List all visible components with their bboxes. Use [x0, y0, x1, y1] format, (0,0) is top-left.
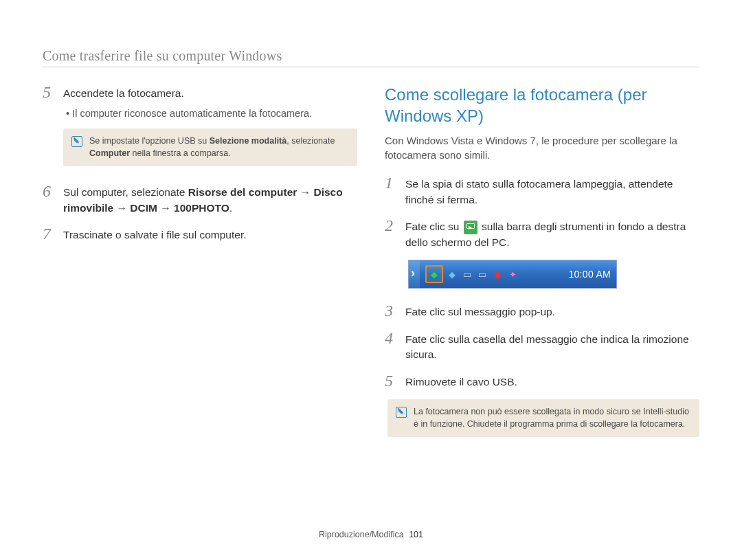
footer-section: Riproduzione/Modifica	[319, 530, 404, 539]
note-box-intelli-studio: La fotocamera non può essere scollegata …	[387, 399, 699, 437]
step-text: Sul computer, selezionate Risorse del co…	[63, 183, 357, 216]
two-column-layout: 5 Accendete la fotocamera. Il computer r…	[43, 84, 699, 453]
note-text: La fotocamera non può essere scollegata …	[414, 406, 690, 430]
step-4: 4 Fate clic sulla casella del messaggio …	[385, 330, 699, 363]
page-number: 101	[409, 530, 423, 539]
taskbar-screenshot: ◆ ◆ ▭ ▭ ◉ ✦ 10:00 AM	[408, 260, 617, 289]
step-number: 5	[43, 84, 55, 100]
step-3: 3 Fate clic sul messaggio pop-up.	[385, 302, 699, 320]
step-number: 1	[385, 175, 397, 191]
note-text: Se impostate l'opzione USB su Selezione …	[89, 135, 348, 159]
update-icon: ✦	[506, 268, 519, 280]
step-5-subnote: Il computer riconosce automaticamente la…	[66, 108, 357, 119]
tray-highlight-box: ◆	[425, 265, 443, 283]
step-number: 2	[385, 217, 397, 234]
step-number: 6	[43, 183, 55, 199]
section-intro: Con Windows Vista e Windows 7, le proced…	[385, 133, 699, 162]
step-number: 4	[385, 330, 397, 346]
step-text: Fate clic sulla casella del messaggio ch…	[405, 330, 699, 363]
step-text: Fate clic su sulla barra degli strumenti…	[405, 217, 699, 250]
note-box-usb-option: Se impostate l'opzione USB su Selezione …	[63, 128, 357, 166]
step-text: Se la spia di stato sulla fotocamera lam…	[405, 175, 699, 208]
step-7: 7 Trascinate o salvate i file sul comput…	[43, 225, 357, 243]
step-2: 2 Fate clic su sulla barra degli strumen…	[385, 217, 699, 250]
step-number: 7	[43, 225, 55, 242]
step-text: Trascinate o salvate i file sul computer…	[63, 225, 247, 243]
step-6: 6 Sul computer, selezionate Risorse del …	[43, 183, 357, 216]
right-column: Come scollegare la fotocamera (per Windo…	[385, 84, 699, 453]
step-number: 5	[385, 372, 397, 389]
safely-remove-hardware-icon: ◆	[428, 268, 440, 280]
system-tray: ◆ ◆ ▭ ▭ ◉ ✦ 10:00 AM	[420, 260, 616, 288]
step-text: Accendete la fotocamera.	[63, 84, 184, 101]
note-icon	[71, 136, 82, 147]
page-footer: Riproduzione/Modifica 101	[0, 530, 742, 539]
step-number: 3	[385, 302, 397, 319]
note-icon	[396, 407, 407, 418]
section-heading-disconnect: Come scollegare la fotocamera (per Windo…	[385, 84, 699, 126]
shield-icon: ◆	[446, 268, 458, 280]
step-text: Rimuovete il cavo USB.	[405, 372, 517, 390]
step-2-before: Fate clic su	[405, 221, 462, 232]
display-icon: ▭	[476, 268, 488, 280]
step-5-right: 5 Rimuovete il cavo USB.	[385, 372, 699, 390]
left-column: 5 Accendete la fotocamera. Il computer r…	[43, 84, 357, 453]
step-1: 1 Se la spia di stato sulla fotocamera l…	[385, 175, 699, 208]
header-rule	[43, 67, 699, 67]
volume-icon: ◉	[491, 268, 504, 280]
monitor-icon: ▭	[461, 268, 473, 280]
page-breadcrumb-title: Come trasferire file su computer Windows	[43, 48, 699, 64]
step-text: Fate clic sul messaggio pop-up.	[405, 302, 555, 320]
safely-remove-hardware-icon	[464, 221, 477, 234]
taskbar-expand-arrow	[409, 260, 420, 288]
taskbar-clock: 10:00 AM	[568, 269, 611, 280]
step-5: 5 Accendete la fotocamera.	[43, 84, 357, 101]
